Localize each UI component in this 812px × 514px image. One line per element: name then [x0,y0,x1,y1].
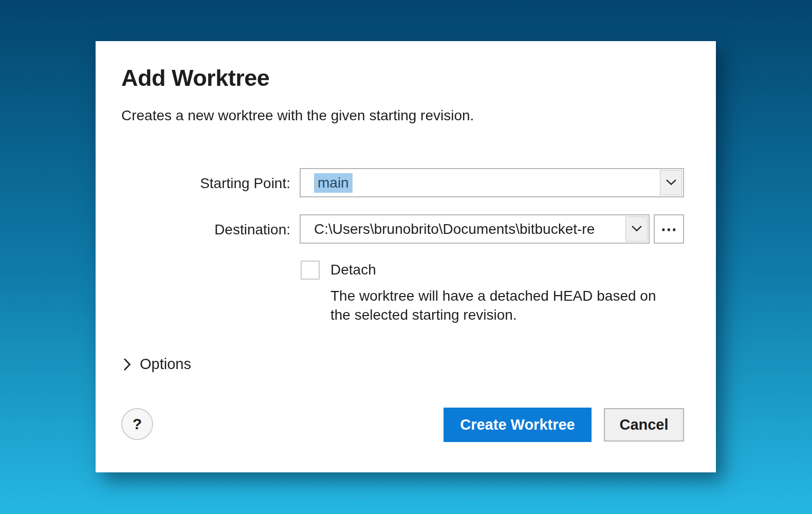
help-button[interactable]: ? [121,408,153,440]
starting-point-label: Starting Point: [96,175,290,192]
browse-button[interactable]: ⋯ [654,214,684,244]
destination-input[interactable]: C:\Users\brunobrito\Documents\bitbucket-… [301,215,624,243]
starting-point-combobox: main [300,168,684,197]
page-title: Add Worktree [121,65,269,91]
chevron-down-icon [631,225,642,234]
ellipsis-icon: ⋯ [661,219,677,239]
create-worktree-button[interactable]: Create Worktree [444,408,592,442]
detach-label[interactable]: Detach [330,262,376,278]
chevron-right-icon [123,358,131,371]
detach-checkbox[interactable] [301,261,320,280]
question-mark-icon: ? [133,415,142,433]
starting-point-dropdown-button[interactable] [660,170,682,195]
add-worktree-dialog: Add Worktree Creates a new worktree with… [96,41,716,472]
destination-dropdown-button[interactable] [625,216,648,242]
cancel-button[interactable]: Cancel [604,408,684,442]
options-label: Options [140,356,191,373]
selected-text: main [314,173,353,193]
dialog-subtitle: Creates a new worktree with the given st… [121,107,474,124]
destination-combobox: C:\Users\brunobrito\Documents\bitbucket-… [300,214,650,244]
chevron-down-icon [666,178,677,188]
destination-label: Destination: [96,222,290,238]
starting-point-input[interactable]: main [301,169,659,196]
detach-description: The worktree will have a detached HEAD b… [330,286,680,324]
options-expander[interactable]: Options [123,356,191,373]
